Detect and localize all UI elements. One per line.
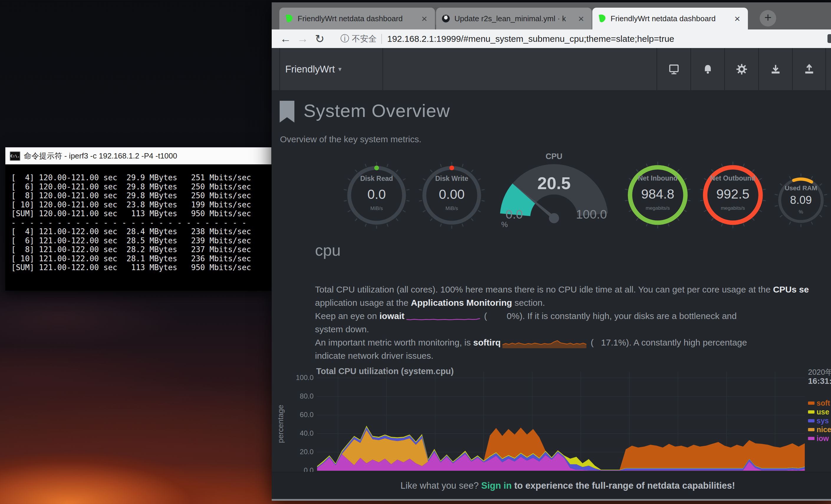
inline-sparkline <box>406 313 480 321</box>
signin-bar: Like what you see? Sign in to experience… <box>272 472 831 499</box>
tab-label: FriendlyWrt netdata dashboard <box>610 14 728 23</box>
paragraph-line: An important metric worth monitoring, is… <box>315 337 831 351</box>
legend-swatch <box>808 437 814 440</box>
close-icon[interactable]: × <box>419 13 430 24</box>
gear-icon <box>736 64 747 75</box>
chevron-down-icon: ▾ <box>338 65 342 73</box>
settings-button[interactable] <box>724 48 758 90</box>
text-segment: ( 17.1%). A constantly high percentage <box>588 337 747 347</box>
legend-item-softirq[interactable]: soft <box>808 399 830 408</box>
reload-button[interactable]: ↻ <box>311 32 328 46</box>
signin-text: Like what you see? Sign in to experience… <box>272 472 831 499</box>
legend-label: use <box>816 408 829 416</box>
legend-label: soft <box>816 399 830 407</box>
gauge-max: 100.0 <box>566 207 617 221</box>
y-axis-tick: 20.0 <box>282 448 314 456</box>
gauge-unit: % <box>766 209 831 215</box>
gauge-unit: % <box>496 220 513 229</box>
tab-github[interactable]: Update r2s_lean_minimal.yml · k × <box>436 8 592 29</box>
text-segment: Total CPU utilization (all cores). 100% … <box>315 285 773 294</box>
netdata-icon <box>285 14 293 23</box>
text-segment: Sign in <box>481 480 512 491</box>
site-info-icon[interactable]: ⓘ <box>339 33 351 45</box>
github-icon <box>441 14 450 23</box>
monitor-icon <box>668 63 680 75</box>
back-button[interactable]: ← <box>277 32 294 45</box>
gauge-unit: megabits/s <box>622 205 693 211</box>
text-segment: CPUs se <box>773 285 809 294</box>
paragraph-line: Keep an eye on iowait ( 0%). If it is co… <box>315 311 831 324</box>
close-icon[interactable]: × <box>576 13 586 24</box>
gauge-title: Net Inbound <box>622 174 693 182</box>
terminal-window[interactable]: C:\. 命令提示符 - iperf3 -c 192.168.1.2 -P4 -… <box>5 147 271 291</box>
print-dashboard-button[interactable] <box>657 48 690 90</box>
y-axis-tick: 100.0 <box>282 374 314 382</box>
gauge-title: CPU <box>522 152 586 161</box>
terminal-titlebar[interactable]: C:\. 命令提示符 - iperf3 -c 192.168.1.2 -P4 -… <box>5 147 271 165</box>
browser-window: FriendlyWrt netdata dashboard × Update r… <box>272 2 831 501</box>
legend-item-system[interactable]: sys <box>808 416 829 425</box>
y-axis-tick: 60.0 <box>282 411 314 419</box>
y-axis-tick: 80.0 <box>282 392 314 400</box>
text-segment: An important metric worth monitoring, is <box>315 337 473 347</box>
text-segment: application usage at the <box>315 298 411 307</box>
paragraph-line: application usage at the Applications Mo… <box>315 298 831 311</box>
export-snapshot-button[interactable] <box>792 48 826 90</box>
netdata-header: FriendlyWrt ▾ <box>272 48 831 90</box>
bell-icon <box>702 64 713 75</box>
cmd-icon: C:\. <box>10 151 20 161</box>
page-subtitle: Overview of the key system metrics. <box>280 134 421 144</box>
tab-label: FriendlyWrt netdata dashboard <box>297 14 415 23</box>
browser-toolbar: ← → ↻ ⓘ 不安全 192.168.2.1:19999/#menu_syst… <box>272 29 831 48</box>
gauge-unit: MiB/s <box>417 206 487 211</box>
page-title: System Overview <box>304 100 450 121</box>
toolbar-extension-icon[interactable] <box>828 34 831 43</box>
legend-item-iowait[interactable]: iow <box>808 434 829 443</box>
gauge-title: Disk Write <box>417 175 487 183</box>
legend-swatch <box>808 428 814 431</box>
upload-icon <box>804 64 815 75</box>
chart-timestamp-time: 16:31:2 <box>808 377 831 386</box>
gauge-value: 984.8 <box>622 186 693 202</box>
address-bar[interactable]: 192.168.2.1:19999/#menu_system_submenu_c… <box>387 34 831 44</box>
gauge-title: Net Outbound <box>697 174 768 182</box>
forward-button[interactable]: → <box>294 32 311 45</box>
legend-item-nice[interactable]: nice <box>808 425 831 434</box>
legend-label: iow <box>816 434 829 442</box>
security-label[interactable]: 不安全 <box>352 33 377 45</box>
terminal-output: [ 4] 120.00-121.00 sec 29.9 MBytes 251 M… <box>11 173 265 272</box>
text-segment: Applications Monitoring <box>411 298 512 307</box>
gauge-unit: MiB/s <box>341 206 412 211</box>
chart-area: 0.020.040.060.080.0100.0 <box>272 372 831 478</box>
alarms-button[interactable] <box>690 48 724 90</box>
cpu-utilization-chart[interactable] <box>317 372 805 471</box>
paragraph-line: system down. <box>315 324 831 337</box>
terminal-title: 命令提示符 - iperf3 -c 192.168.1.2 -P4 -t1000 <box>24 151 177 161</box>
gauge-title: Disk Read <box>341 175 412 183</box>
import-snapshot-button[interactable] <box>758 48 792 90</box>
gauge-value: 8.09 <box>766 194 831 207</box>
gauge-min: 0.0 <box>496 207 532 221</box>
brand-label: FriendlyWrt <box>285 64 335 75</box>
text-segment: Keep an eye on <box>315 311 379 321</box>
browser-bottom-edge <box>272 499 831 501</box>
text-segment: softirq <box>473 337 501 347</box>
download-icon <box>770 64 781 75</box>
legend-item-user[interactable]: use <box>808 408 829 416</box>
address-separator <box>381 34 382 44</box>
dashboard-content: System Overview Overview of the key syst… <box>272 90 831 472</box>
legend-swatch <box>808 402 814 405</box>
gauge-unit: megabits/s <box>697 205 768 211</box>
tab-netdata-2-active[interactable]: FriendlyWrt netdata dashboard × <box>592 8 748 29</box>
brand-menu[interactable]: FriendlyWrt ▾ <box>279 48 383 90</box>
legend-label: nice <box>816 425 831 434</box>
tab-netdata-1[interactable]: FriendlyWrt netdata dashboard × <box>279 8 435 29</box>
close-icon[interactable]: × <box>732 13 743 24</box>
text-segment: system down. <box>315 324 369 334</box>
new-tab-button[interactable]: + <box>760 10 776 27</box>
terminal-body: [ 4] 120.00-121.00 sec 29.9 MBytes 251 M… <box>5 165 271 291</box>
gauge-value: 0.00 <box>417 187 487 202</box>
cpu-description: Total CPU utilization (all cores). 100% … <box>315 285 831 364</box>
legend-swatch <box>808 419 814 422</box>
text-segment: Like what you see? <box>400 480 481 491</box>
